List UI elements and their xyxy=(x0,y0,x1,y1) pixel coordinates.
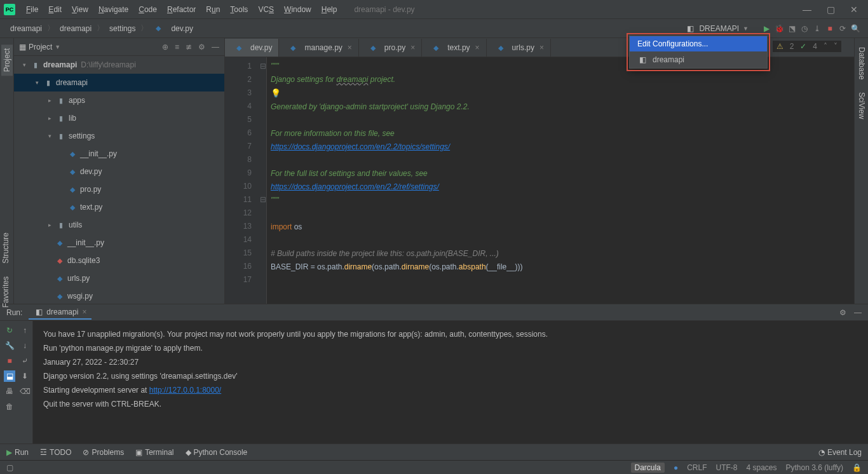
code-text[interactable]: """ Django settings for dreamapi project… xyxy=(267,57,854,304)
run-button[interactable]: ▶ xyxy=(761,24,771,34)
softwrap-button[interactable]: ⤶ xyxy=(19,355,31,367)
menu-code[interactable]: Code xyxy=(134,4,161,15)
down-button[interactable]: ↓ xyxy=(19,340,31,351)
tab-close-icon[interactable]: × xyxy=(410,43,415,52)
tab-close-icon[interactable]: × xyxy=(82,308,86,316)
server-url-link[interactable]: http://127.0.0.1:8000/ xyxy=(149,386,221,395)
trash-button[interactable]: 🗑 xyxy=(4,401,15,412)
update-button[interactable]: ⟳ xyxy=(837,24,848,34)
breadcrumb-item[interactable]: dreamapi xyxy=(57,24,94,33)
bottom-tab-pyconsole[interactable]: ◆Python Console xyxy=(186,448,248,457)
tree-file-wsgi[interactable]: ◆wsgi.py xyxy=(14,287,224,304)
menu-vcs[interactable]: VCS xyxy=(254,4,278,15)
menu-help[interactable]: Help xyxy=(317,4,342,15)
gear-icon[interactable]: ⚙ xyxy=(839,308,846,317)
status-encoding[interactable]: UTF-8 xyxy=(715,463,737,472)
tab-urls[interactable]: ◆urls.py× xyxy=(487,39,551,57)
status-indent[interactable]: 4 spaces xyxy=(746,463,776,472)
tree-root[interactable]: ▾▮dreamapiD:\liffy\dreamapi xyxy=(14,56,224,74)
clear-button[interactable]: ⌫ xyxy=(19,386,31,397)
expand-icon[interactable]: ≡ xyxy=(175,43,179,51)
intention-bulb-icon[interactable]: 💡 xyxy=(271,88,281,98)
tree-file-pro[interactable]: ◆pro.py xyxy=(14,180,224,198)
menu-view[interactable]: View xyxy=(67,4,93,15)
stop-button[interactable]: ■ xyxy=(825,24,835,34)
fold-gutter[interactable]: ⊟ ⊟ xyxy=(259,57,267,304)
run-tab-dreamapi[interactable]: ◧ dreamapi × xyxy=(29,306,92,320)
wrench-button[interactable]: 🔧 xyxy=(4,340,15,351)
tree-folder-dreamapi[interactable]: ▾▮dreamapi xyxy=(14,74,224,91)
tab-close-icon[interactable]: × xyxy=(539,43,544,52)
tab-close-icon[interactable]: × xyxy=(348,43,352,52)
tree-file-init2[interactable]: ◆__init__.py xyxy=(14,234,224,252)
locate-icon[interactable]: ⊕ xyxy=(162,43,168,51)
inspection-indicators[interactable]: ⚠2 ✓4 ˄ ˅ xyxy=(773,41,841,52)
status-theme[interactable]: Darcula xyxy=(631,463,665,473)
close-icon[interactable]: ✕ xyxy=(850,4,858,15)
tab-favorites[interactable]: Favorites xyxy=(0,273,11,311)
tree-folder-apps[interactable]: ▸▮apps xyxy=(14,91,224,109)
maximize-icon[interactable]: ▢ xyxy=(827,4,835,15)
lock-icon[interactable]: 🔒 xyxy=(852,463,862,472)
stop-button[interactable]: ■ xyxy=(4,355,15,367)
tree-file-db[interactable]: ◆db.sqlite3 xyxy=(14,252,224,269)
menu-file[interactable]: File xyxy=(22,4,43,15)
collapse-icon[interactable]: ≢ xyxy=(186,43,192,51)
status-interpreter[interactable]: Python 3.6 (luffy) xyxy=(786,463,844,472)
bottom-tab-problems[interactable]: ⊘Problems xyxy=(83,448,124,457)
up-button[interactable]: ↑ xyxy=(19,325,31,336)
attach-button[interactable]: ⤓ xyxy=(812,24,822,34)
profile-button[interactable]: ◷ xyxy=(799,24,810,34)
project-view-selector[interactable]: ▦ Project ▼ xyxy=(19,43,60,51)
tree-file-text[interactable]: ◆text.py xyxy=(14,198,224,216)
edit-configurations-item[interactable]: Edit Configurations... xyxy=(630,36,767,51)
minimize-icon[interactable]: — xyxy=(803,4,811,15)
tree-folder-lib[interactable]: ▸▮lib xyxy=(14,109,224,127)
run-output[interactable]: You have 17 unapplied migration(s). Your… xyxy=(33,321,868,444)
tree-file-urls[interactable]: ◆urls.py xyxy=(14,269,224,287)
print-button[interactable]: 🖶 xyxy=(4,386,15,397)
bottom-tab-run[interactable]: ▶Run xyxy=(6,448,29,457)
tab-sciview[interactable]: SciView xyxy=(856,88,867,123)
hide-icon[interactable]: — xyxy=(854,308,862,317)
menu-refactor[interactable]: Refactor xyxy=(163,4,200,15)
tab-pro[interactable]: ◆pro.py× xyxy=(359,39,422,57)
search-button[interactable]: 🔍 xyxy=(850,24,860,34)
tab-project[interactable]: Project xyxy=(1,44,13,76)
status-eol[interactable]: CRLF xyxy=(687,463,707,472)
rerun-button[interactable]: ↻ xyxy=(4,325,15,336)
menu-tools[interactable]: Tools xyxy=(226,4,252,15)
tab-text[interactable]: ◆text.py× xyxy=(422,39,486,57)
debug-button[interactable]: 🐞 xyxy=(774,24,784,34)
tab-dev[interactable]: ◆dev.py xyxy=(225,39,279,57)
chevron-up-icon[interactable]: ˄ xyxy=(824,42,827,51)
bottom-tab-terminal[interactable]: ▣Terminal xyxy=(135,448,173,457)
tool-window-icon[interactable]: ▢ xyxy=(6,463,13,472)
run-config-item-dreamapi[interactable]: ◧ dreamapi xyxy=(630,51,767,68)
tab-database[interactable]: Database xyxy=(856,43,867,83)
menu-run[interactable]: Run xyxy=(201,4,224,15)
menu-window[interactable]: Window xyxy=(280,4,316,15)
hide-icon[interactable]: — xyxy=(212,43,219,51)
breadcrumb-item[interactable]: dev.py xyxy=(168,24,195,33)
menu-edit[interactable]: Edit xyxy=(44,4,66,15)
bottom-tab-eventlog[interactable]: ◔Event Log xyxy=(818,448,862,457)
tab-structure[interactable]: Structure xyxy=(0,229,11,267)
code-area[interactable]: 1234567891011121314151617 ⊟ ⊟ """ Django… xyxy=(225,57,854,304)
chevron-down-icon[interactable]: ˅ xyxy=(834,42,837,51)
tab-manage[interactable]: ◆manage.py× xyxy=(279,39,358,57)
menu-navigate[interactable]: Navigate xyxy=(94,4,133,15)
tree-file-dev[interactable]: ◆dev.py xyxy=(14,163,224,180)
layout-button[interactable]: ⬓ xyxy=(4,370,15,382)
bottom-tab-todo[interactable]: ☲TODO xyxy=(40,448,71,457)
tree-file-init[interactable]: ◆__init__.py xyxy=(14,145,224,163)
scroll-button[interactable]: ⬇ xyxy=(19,370,31,382)
coverage-button[interactable]: ⬔ xyxy=(787,24,797,34)
gear-icon[interactable]: ⚙ xyxy=(198,43,205,51)
run-config-selector[interactable]: ◧ DREAMAPI ▼ xyxy=(675,22,759,35)
tree-folder-utils[interactable]: ▸▮utils xyxy=(14,216,224,234)
tab-close-icon[interactable]: × xyxy=(475,43,480,52)
breadcrumb-item[interactable]: settings xyxy=(107,24,138,33)
breadcrumb-item[interactable]: dreamapi xyxy=(8,24,44,33)
tree-folder-settings[interactable]: ▾▮settings xyxy=(14,127,224,145)
